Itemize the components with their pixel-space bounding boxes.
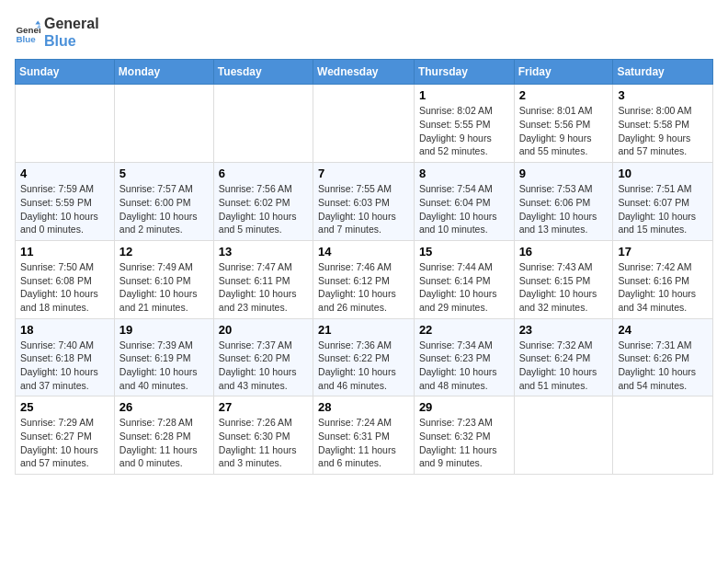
day-number: 12 bbox=[119, 245, 209, 259]
day-number: 4 bbox=[20, 167, 109, 180]
day-cell: 11Sunrise: 7:50 AMSunset: 6:08 PMDayligh… bbox=[16, 240, 115, 318]
day-number: 20 bbox=[219, 323, 308, 337]
day-cell bbox=[313, 85, 415, 163]
day-cell: 7Sunrise: 7:55 AMSunset: 6:03 PMDaylight… bbox=[313, 163, 415, 241]
day-cell: 24Sunrise: 7:31 AMSunset: 6:26 PMDayligh… bbox=[613, 318, 713, 396]
day-number: 13 bbox=[219, 245, 308, 259]
day-number: 28 bbox=[318, 400, 409, 414]
day-info: Sunrise: 7:34 AMSunset: 6:23 PMDaylight:… bbox=[419, 339, 509, 393]
page-header: General Blue General Blue bbox=[15, 15, 713, 50]
day-info: Sunrise: 7:54 AMSunset: 6:04 PMDaylight:… bbox=[419, 182, 509, 236]
day-cell: 3Sunrise: 8:00 AMSunset: 5:58 PMDaylight… bbox=[613, 85, 713, 163]
day-number: 29 bbox=[419, 400, 509, 414]
day-cell: 2Sunrise: 8:01 AMSunset: 5:56 PMDaylight… bbox=[514, 85, 613, 163]
day-number: 9 bbox=[519, 167, 609, 180]
day-number: 16 bbox=[519, 245, 609, 259]
day-number: 2 bbox=[519, 88, 609, 102]
logo-icon: General Blue bbox=[15, 19, 40, 45]
day-info: Sunrise: 8:02 AMSunset: 5:55 PMDaylight:… bbox=[419, 104, 509, 158]
week-row-2: 4Sunrise: 7:59 AMSunset: 5:59 PMDaylight… bbox=[16, 163, 713, 241]
day-number: 19 bbox=[119, 323, 209, 337]
day-info: Sunrise: 7:42 AMSunset: 6:16 PMDaylight:… bbox=[618, 260, 708, 315]
day-info: Sunrise: 7:55 AMSunset: 6:03 PMDaylight:… bbox=[318, 182, 409, 236]
day-cell: 19Sunrise: 7:39 AMSunset: 6:19 PMDayligh… bbox=[114, 318, 213, 396]
day-number: 22 bbox=[419, 323, 509, 337]
col-header-friday: Friday bbox=[514, 60, 613, 85]
day-info: Sunrise: 7:24 AMSunset: 6:31 PMDaylight:… bbox=[318, 416, 409, 470]
day-cell: 18Sunrise: 7:40 AMSunset: 6:18 PMDayligh… bbox=[16, 318, 115, 396]
day-info: Sunrise: 7:36 AMSunset: 6:22 PMDaylight:… bbox=[318, 339, 409, 393]
day-number: 1 bbox=[419, 88, 509, 102]
day-cell: 15Sunrise: 7:44 AMSunset: 6:14 PMDayligh… bbox=[414, 240, 514, 318]
day-info: Sunrise: 7:31 AMSunset: 6:26 PMDaylight:… bbox=[618, 339, 708, 393]
day-number: 23 bbox=[519, 323, 609, 337]
day-cell: 17Sunrise: 7:42 AMSunset: 6:16 PMDayligh… bbox=[613, 240, 713, 318]
day-cell: 27Sunrise: 7:26 AMSunset: 6:30 PMDayligh… bbox=[213, 396, 313, 475]
day-info: Sunrise: 7:50 AMSunset: 6:08 PMDaylight:… bbox=[20, 260, 109, 315]
day-number: 11 bbox=[20, 245, 109, 259]
day-number: 18 bbox=[20, 323, 109, 337]
day-info: Sunrise: 7:46 AMSunset: 6:12 PMDaylight:… bbox=[318, 260, 409, 315]
day-cell: 6Sunrise: 7:56 AMSunset: 6:02 PMDaylight… bbox=[213, 163, 313, 241]
day-cell: 22Sunrise: 7:34 AMSunset: 6:23 PMDayligh… bbox=[414, 318, 514, 396]
day-info: Sunrise: 7:59 AMSunset: 5:59 PMDaylight:… bbox=[20, 182, 109, 236]
day-number: 27 bbox=[219, 400, 308, 414]
logo-text-general: General bbox=[44, 15, 99, 32]
day-info: Sunrise: 7:47 AMSunset: 6:11 PMDaylight:… bbox=[219, 260, 308, 315]
logo: General Blue General Blue bbox=[15, 15, 99, 50]
day-cell: 4Sunrise: 7:59 AMSunset: 5:59 PMDaylight… bbox=[16, 163, 115, 241]
day-cell: 29Sunrise: 7:23 AMSunset: 6:32 PMDayligh… bbox=[414, 396, 514, 475]
calendar-body: 1Sunrise: 8:02 AMSunset: 5:55 PMDaylight… bbox=[16, 85, 713, 475]
day-cell: 25Sunrise: 7:29 AMSunset: 6:27 PMDayligh… bbox=[16, 396, 115, 475]
day-cell: 23Sunrise: 7:32 AMSunset: 6:24 PMDayligh… bbox=[514, 318, 613, 396]
day-cell bbox=[114, 85, 213, 163]
day-number: 26 bbox=[119, 400, 209, 414]
col-header-saturday: Saturday bbox=[613, 60, 713, 85]
week-row-4: 18Sunrise: 7:40 AMSunset: 6:18 PMDayligh… bbox=[16, 318, 713, 396]
day-info: Sunrise: 7:40 AMSunset: 6:18 PMDaylight:… bbox=[20, 339, 109, 393]
day-number: 25 bbox=[20, 400, 109, 414]
day-cell bbox=[213, 85, 313, 163]
day-number: 5 bbox=[119, 167, 209, 180]
day-cell bbox=[514, 396, 613, 475]
day-info: Sunrise: 7:51 AMSunset: 6:07 PMDaylight:… bbox=[618, 182, 708, 236]
col-header-sunday: Sunday bbox=[16, 60, 115, 85]
day-number: 6 bbox=[219, 167, 308, 180]
day-info: Sunrise: 7:49 AMSunset: 6:10 PMDaylight:… bbox=[119, 260, 209, 315]
day-info: Sunrise: 7:28 AMSunset: 6:28 PMDaylight:… bbox=[119, 416, 209, 470]
day-cell: 5Sunrise: 7:57 AMSunset: 6:00 PMDaylight… bbox=[114, 163, 213, 241]
day-number: 21 bbox=[318, 323, 409, 337]
day-info: Sunrise: 7:23 AMSunset: 6:32 PMDaylight:… bbox=[419, 416, 509, 470]
svg-marker-2 bbox=[35, 21, 40, 25]
day-info: Sunrise: 7:29 AMSunset: 6:27 PMDaylight:… bbox=[20, 416, 109, 470]
col-header-tuesday: Tuesday bbox=[213, 60, 313, 85]
day-number: 10 bbox=[618, 167, 708, 180]
day-number: 15 bbox=[419, 245, 509, 259]
day-cell: 8Sunrise: 7:54 AMSunset: 6:04 PMDaylight… bbox=[414, 163, 514, 241]
day-number: 8 bbox=[419, 167, 509, 180]
col-header-thursday: Thursday bbox=[414, 60, 514, 85]
calendar-table: SundayMondayTuesdayWednesdayThursdayFrid… bbox=[15, 59, 713, 475]
col-header-wednesday: Wednesday bbox=[313, 60, 415, 85]
day-cell: 26Sunrise: 7:28 AMSunset: 6:28 PMDayligh… bbox=[114, 396, 213, 475]
col-header-monday: Monday bbox=[114, 60, 213, 85]
day-cell: 16Sunrise: 7:43 AMSunset: 6:15 PMDayligh… bbox=[514, 240, 613, 318]
day-number: 17 bbox=[618, 245, 708, 259]
day-cell: 1Sunrise: 8:02 AMSunset: 5:55 PMDaylight… bbox=[414, 85, 514, 163]
day-number: 7 bbox=[318, 167, 409, 180]
day-info: Sunrise: 7:43 AMSunset: 6:15 PMDaylight:… bbox=[519, 260, 609, 315]
day-cell: 14Sunrise: 7:46 AMSunset: 6:12 PMDayligh… bbox=[313, 240, 415, 318]
day-cell bbox=[613, 396, 713, 475]
week-row-1: 1Sunrise: 8:02 AMSunset: 5:55 PMDaylight… bbox=[16, 85, 713, 163]
day-info: Sunrise: 7:37 AMSunset: 6:20 PMDaylight:… bbox=[219, 339, 308, 393]
week-row-5: 25Sunrise: 7:29 AMSunset: 6:27 PMDayligh… bbox=[16, 396, 713, 475]
day-number: 3 bbox=[618, 88, 708, 102]
day-number: 24 bbox=[618, 323, 708, 337]
calendar-header: SundayMondayTuesdayWednesdayThursdayFrid… bbox=[16, 60, 713, 85]
day-info: Sunrise: 8:01 AMSunset: 5:56 PMDaylight:… bbox=[519, 104, 609, 158]
day-info: Sunrise: 7:57 AMSunset: 6:00 PMDaylight:… bbox=[119, 182, 209, 236]
header-row: SundayMondayTuesdayWednesdayThursdayFrid… bbox=[16, 60, 713, 85]
day-cell: 13Sunrise: 7:47 AMSunset: 6:11 PMDayligh… bbox=[213, 240, 313, 318]
day-info: Sunrise: 7:32 AMSunset: 6:24 PMDaylight:… bbox=[519, 339, 609, 393]
svg-text:Blue: Blue bbox=[16, 34, 36, 44]
